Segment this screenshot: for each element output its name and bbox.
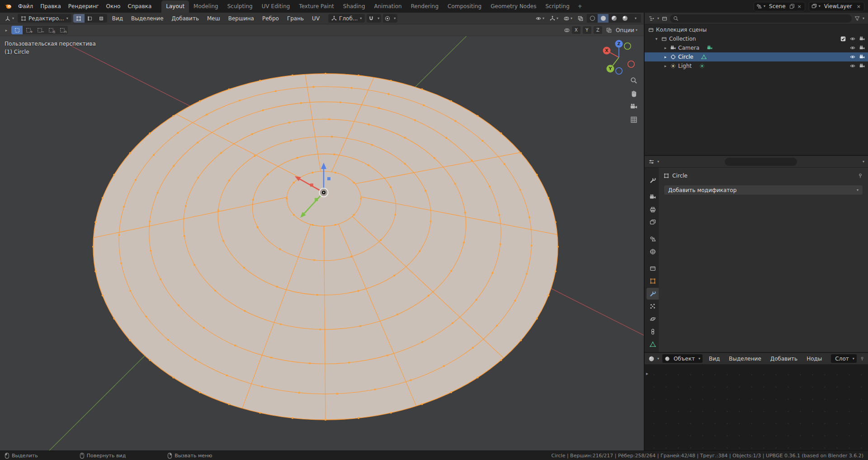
- tab-compositing[interactable]: Compositing: [443, 0, 486, 13]
- blender-menu-button[interactable]: [4, 2, 14, 11]
- menu-file[interactable]: Файл: [14, 1, 37, 11]
- remove-view-layer-button[interactable]: ×: [856, 4, 862, 9]
- properties-search-input[interactable]: [730, 159, 798, 165]
- add-modifier-button[interactable]: Добавить модификатор ▾: [664, 185, 863, 195]
- show-gizmo-button[interactable]: ▾: [548, 15, 560, 22]
- mirror-z-button[interactable]: Z: [594, 26, 602, 34]
- properties-tab-object-data[interactable]: [646, 338, 659, 350]
- transform-orientation-selector[interactable]: Глоб... ▾: [328, 14, 365, 23]
- editor-type-button[interactable]: ▾: [3, 14, 16, 23]
- properties-tab-tool[interactable]: [646, 174, 659, 186]
- tab-rendering[interactable]: Rendering: [406, 0, 443, 13]
- outliner-row-camera[interactable]: ▸ Camera: [645, 43, 868, 52]
- disclosure-open-icon[interactable]: ▾: [654, 37, 659, 41]
- tab-texture-paint[interactable]: Texture Paint: [294, 0, 338, 13]
- mirror-y-button[interactable]: Y: [583, 26, 591, 34]
- pin-icon[interactable]: [858, 173, 863, 178]
- face-select-button[interactable]: [96, 14, 107, 23]
- outliner-search-input[interactable]: [681, 15, 849, 22]
- properties-tab-output[interactable]: [646, 204, 659, 216]
- zoom-tool-icon[interactable]: [630, 77, 637, 84]
- shading-material-button[interactable]: [609, 14, 619, 23]
- properties-tab-object[interactable]: [646, 275, 659, 287]
- eye-icon[interactable]: [850, 45, 855, 51]
- vertex-select-button[interactable]: [73, 14, 85, 23]
- menu-edge[interactable]: Ребро: [259, 14, 282, 23]
- filter-icon[interactable]: [854, 16, 860, 21]
- eye-icon[interactable]: [850, 36, 855, 42]
- select-mode-extend-button[interactable]: +: [23, 26, 34, 34]
- menu-vertex[interactable]: Вершина: [225, 14, 257, 23]
- camera-restrict-icon[interactable]: [859, 45, 865, 51]
- snap-toggle-button[interactable]: [367, 14, 376, 23]
- eye-icon[interactable]: [850, 63, 855, 69]
- disclosure-closed-icon[interactable]: ▸: [663, 64, 668, 68]
- properties-tab-view-layer[interactable]: [646, 216, 659, 228]
- select-mode-intersect-button[interactable]: ∩: [57, 26, 68, 34]
- camera-restrict-icon[interactable]: [859, 36, 865, 42]
- properties-tab-world[interactable]: [646, 246, 659, 258]
- view-layer-selector[interactable]: ▾ ViewLayer ×: [809, 2, 864, 11]
- disclosure-closed-icon[interactable]: ▸: [663, 55, 668, 59]
- menu-select[interactable]: Выделение: [128, 14, 166, 23]
- snap-options-button[interactable]: ▾: [376, 14, 381, 23]
- viewport-3d[interactable]: XYZ ▾ Редактиро... ▾ Вид Выдел: [0, 13, 644, 451]
- xray-toggle-button[interactable]: [576, 15, 585, 22]
- outliner-row-collection[interactable]: ▾ Collection: [645, 34, 868, 43]
- menu-view[interactable]: Вид: [109, 14, 126, 23]
- tab-shading[interactable]: Shading: [339, 0, 370, 13]
- select-mode-set-button[interactable]: [11, 26, 23, 34]
- outliner-editor-icon[interactable]: [648, 15, 655, 22]
- checkbox-icon[interactable]: [840, 36, 846, 42]
- properties-tab-constraints[interactable]: [646, 326, 659, 338]
- region-expand-icon[interactable]: ▸: [646, 371, 648, 376]
- new-scene-icon[interactable]: [789, 4, 795, 9]
- camera-view-icon[interactable]: [630, 103, 637, 110]
- mirror-x-button[interactable]: X: [572, 26, 580, 34]
- outliner-row-scene-collection[interactable]: Коллекция сцены: [645, 25, 868, 34]
- outliner-row-light[interactable]: ▸ Light: [645, 61, 868, 70]
- select-mode-subtract-button[interactable]: −: [34, 26, 45, 34]
- scene-selector[interactable]: ▾ Scene ×: [754, 2, 805, 11]
- shading-rendered-button[interactable]: [619, 14, 630, 23]
- properties-tab-collection[interactable]: [646, 263, 659, 274]
- shading-wireframe-button[interactable]: [587, 14, 598, 23]
- menu-window[interactable]: Окно: [103, 1, 124, 11]
- slot-selector[interactable]: Слот ▾: [830, 354, 857, 363]
- mode-selector[interactable]: Редактиро... ▾: [18, 14, 71, 23]
- node-menu-select[interactable]: Выделение: [726, 354, 764, 363]
- menu-mesh[interactable]: Меш: [204, 14, 223, 23]
- camera-restrict-icon[interactable]: [859, 54, 865, 60]
- tab-animation[interactable]: Animation: [370, 0, 406, 13]
- shader-type-selector[interactable]: Объект ▾: [662, 354, 703, 363]
- properties-tab-render[interactable]: [646, 191, 659, 203]
- edge-select-button[interactable]: [85, 14, 96, 23]
- disclosure-closed-icon[interactable]: ▸: [663, 46, 668, 50]
- menu-help[interactable]: Справка: [124, 1, 155, 11]
- tab-modeling[interactable]: Modeling: [189, 0, 223, 13]
- properties-tab-particles[interactable]: [646, 300, 659, 312]
- pan-hand-icon[interactable]: [630, 90, 637, 97]
- pin-icon[interactable]: [860, 356, 864, 361]
- properties-options-chevron-icon[interactable]: ▾: [863, 160, 864, 164]
- menu-add[interactable]: Добавить: [169, 14, 202, 23]
- node-menu-node[interactable]: Ноды: [803, 354, 825, 363]
- properties-editor-icon[interactable]: [648, 159, 655, 165]
- menu-edit[interactable]: Правка: [37, 1, 65, 11]
- shading-options-button[interactable]: ▾: [630, 14, 641, 23]
- node-menu-view[interactable]: Вид: [706, 354, 723, 363]
- menu-face[interactable]: Грань: [284, 14, 307, 23]
- properties-tab-physics[interactable]: [646, 313, 659, 325]
- menu-uv[interactable]: UV: [309, 14, 323, 23]
- eye-icon[interactable]: [850, 54, 855, 60]
- edit-mesh-circle[interactable]: [92, 73, 559, 421]
- tab-uv-editing[interactable]: UV Editing: [257, 0, 295, 13]
- menu-render[interactable]: Рендеринг: [65, 1, 103, 11]
- properties-tab-modifiers[interactable]: [646, 288, 659, 300]
- unlink-scene-button[interactable]: ×: [797, 4, 802, 9]
- navigation-gizmo[interactable]: XYZ: [603, 40, 635, 75]
- node-menu-add[interactable]: Добавить: [767, 354, 801, 363]
- properties-search[interactable]: [725, 158, 797, 166]
- proportional-edit-button[interactable]: [383, 14, 392, 23]
- select-mode-invert-button[interactable]: ±: [45, 26, 57, 34]
